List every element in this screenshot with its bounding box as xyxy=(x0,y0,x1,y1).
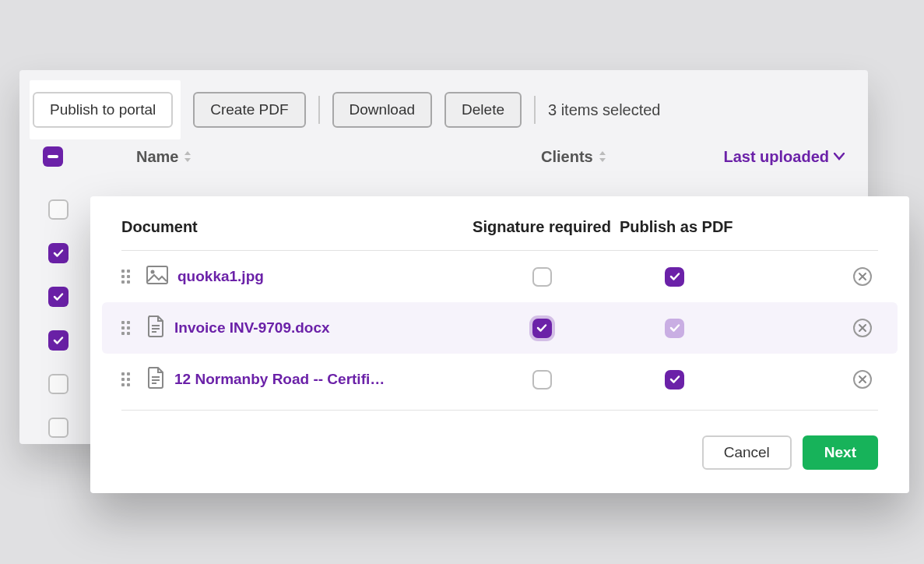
create-pdf-button[interactable]: Create PDF xyxy=(193,92,305,128)
column-name-label: Name xyxy=(136,148,178,166)
dialog-footer: Cancel Next xyxy=(121,411,878,470)
toolbar: Publish to portal Create PDF Download De… xyxy=(30,84,661,136)
dialog-col-signature: Signature required xyxy=(464,218,620,236)
file-name-link[interactable]: Invoice INV-9709.docx xyxy=(174,319,330,337)
download-button[interactable]: Download xyxy=(332,92,433,128)
column-header-last-uploaded[interactable]: Last uploaded xyxy=(697,148,845,166)
row-checkbox[interactable] xyxy=(48,287,69,307)
cancel-button[interactable]: Cancel xyxy=(702,435,792,470)
svg-point-1 xyxy=(151,270,155,274)
dialog-header: Document Signature required Publish as P… xyxy=(121,196,878,251)
remove-row-button[interactable] xyxy=(853,267,872,286)
dialog-row: 12 Normanby Road -- Certifi… xyxy=(121,354,878,405)
document-file-icon xyxy=(146,367,165,392)
select-all-checkbox[interactable] xyxy=(43,146,63,167)
toolbar-separator xyxy=(318,96,320,124)
selected-count-label: 3 items selected xyxy=(548,101,661,119)
document-file-icon xyxy=(146,315,165,340)
row-checkbox[interactable] xyxy=(48,374,69,394)
checkbox-checked[interactable] xyxy=(532,319,552,338)
row-checkbox[interactable] xyxy=(48,330,69,351)
checkbox-unchecked[interactable] xyxy=(532,267,552,287)
checkbox-checked[interactable] xyxy=(665,370,684,390)
drag-handle-icon[interactable] xyxy=(121,372,135,386)
dialog-row: quokka1.jpg xyxy=(121,251,878,302)
image-file-icon xyxy=(146,266,168,287)
file-name-link[interactable]: 12 Normanby Road -- Certifi… xyxy=(174,371,385,388)
svg-rect-0 xyxy=(147,266,167,284)
drag-handle-icon[interactable] xyxy=(121,321,135,335)
dialog-col-document: Document xyxy=(121,218,464,236)
drag-handle-icon[interactable] xyxy=(121,270,135,284)
delete-button[interactable]: Delete xyxy=(444,92,522,128)
column-header-clients[interactable]: Clients xyxy=(541,148,697,166)
row-checkbox-column xyxy=(48,199,69,438)
column-clients-label: Clients xyxy=(541,148,593,166)
table-header: Name Clients Last uploaded xyxy=(43,146,845,167)
publish-highlight: Publish to portal xyxy=(30,80,181,139)
row-checkbox[interactable] xyxy=(48,243,69,263)
file-name-link[interactable]: quokka1.jpg xyxy=(177,268,264,285)
toolbar-separator xyxy=(534,96,536,124)
publish-to-portal-button[interactable]: Publish to portal xyxy=(33,92,173,128)
column-header-name[interactable]: Name xyxy=(136,148,541,166)
checkbox-checked[interactable] xyxy=(665,267,684,287)
checkbox-unchecked[interactable] xyxy=(532,370,552,390)
next-button[interactable]: Next xyxy=(803,435,878,470)
row-checkbox[interactable] xyxy=(48,199,69,220)
remove-row-button[interactable] xyxy=(853,370,872,389)
dialog-col-publish-pdf: Publish as PDF xyxy=(620,218,760,236)
publish-dialog: Document Signature required Publish as P… xyxy=(90,196,909,493)
caret-down-icon xyxy=(834,153,845,160)
remove-row-button[interactable] xyxy=(853,319,872,337)
sort-icon xyxy=(183,150,192,163)
dialog-row: Invoice INV-9709.docx xyxy=(102,302,898,354)
sort-icon xyxy=(598,150,607,163)
row-checkbox[interactable] xyxy=(48,418,69,438)
checkbox-disabled xyxy=(665,319,684,338)
column-last-uploaded-label: Last uploaded xyxy=(723,148,829,166)
